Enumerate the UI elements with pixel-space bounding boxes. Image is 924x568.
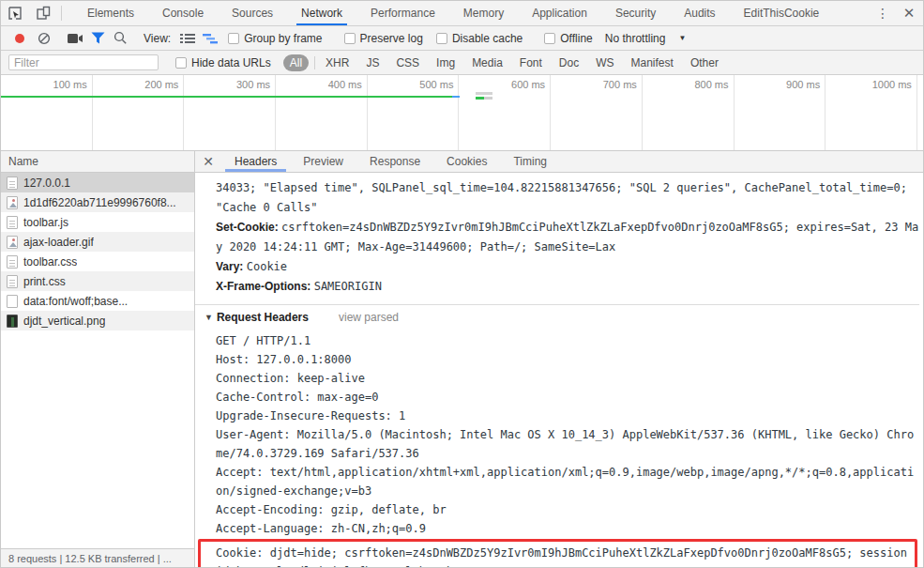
filter-icon[interactable]: [86, 28, 109, 49]
filter-type-other[interactable]: Other: [690, 56, 719, 69]
header-value: Cookie: [247, 260, 287, 273]
filter-type-ws[interactable]: WS: [596, 56, 613, 69]
filter-type-css[interactable]: CSS: [396, 56, 419, 69]
raw-request-header-line: User-Agent: Mozilla/5.0 (Macintosh; Inte…: [216, 425, 919, 463]
record-button[interactable]: [15, 34, 24, 43]
checkbox[interactable]: [175, 57, 187, 69]
request-headers-section-header[interactable]: ▼ Request Headers view parsed: [216, 311, 919, 324]
details-tab-timing[interactable]: Timing: [500, 151, 560, 172]
request-list: 127.0.0.11d1df6220ab711e9996760f8...tool…: [1, 173, 194, 548]
capture-screenshots-icon[interactable]: [64, 28, 86, 49]
details-tab-preview[interactable]: Preview: [290, 151, 356, 172]
throttling-dropdown[interactable]: No throttling ▼: [605, 32, 687, 45]
timeline-tick: 400 ms: [276, 75, 368, 150]
details-tab-bar: ✕ HeadersPreviewResponseCookiesTiming: [195, 151, 923, 173]
request-details-panel: ✕ HeadersPreviewResponseCookiesTiming 34…: [195, 151, 923, 567]
tab-elements[interactable]: Elements: [73, 1, 148, 25]
close-devtools-icon[interactable]: ✕: [895, 5, 923, 22]
timeline-tick: 100 ms: [1, 75, 93, 150]
table-row[interactable]: toolbar.js: [1, 212, 194, 232]
filter-type-font[interactable]: Font: [520, 56, 542, 69]
tab-application[interactable]: Application: [518, 1, 601, 25]
group-by-frame-checkbox[interactable]: Group by frame: [228, 32, 322, 45]
details-tab-response[interactable]: Response: [356, 151, 433, 172]
header-name: Set-Cookie:: [216, 221, 281, 234]
section-divider: [195, 304, 919, 305]
table-row[interactable]: data:font/woff;base...: [1, 291, 194, 311]
tab-security[interactable]: Security: [601, 1, 670, 25]
main-tab-bar: ElementsConsoleSourcesNetworkPerformance…: [1, 1, 923, 26]
close-details-icon[interactable]: ✕: [195, 151, 221, 172]
hide-data-urls-checkbox[interactable]: Hide data URLs: [175, 56, 271, 69]
raw-request-header-line: Accept: text/html,application/xhtml+xml,…: [216, 463, 919, 500]
filter-type-xhr[interactable]: XHR: [326, 56, 349, 69]
header-name: X-Frame-Options:: [216, 280, 314, 293]
offline-checkbox[interactable]: Offline: [544, 32, 592, 45]
tab-audits[interactable]: Audits: [670, 1, 729, 25]
more-options-icon[interactable]: ⋮: [871, 6, 895, 21]
throttling-value: No throttling: [605, 32, 666, 45]
table-row[interactable]: ajax-loader.gif: [1, 232, 194, 252]
tab-sources[interactable]: Sources: [218, 1, 287, 25]
filter-input[interactable]: [8, 54, 159, 70]
checkbox[interactable]: [344, 33, 356, 44]
network-toolbar: View: Group by frame Preserve log: [1, 26, 923, 51]
table-row[interactable]: 127.0.0.1: [1, 173, 194, 192]
small-rows-view-icon[interactable]: [176, 28, 199, 49]
view-label: View:: [144, 32, 171, 45]
network-main-area: Name 127.0.0.11d1df6220ab711e9996760f8..…: [1, 151, 923, 567]
preserve-log-label: Preserve log: [360, 32, 423, 45]
network-overview[interactable]: 100 ms200 ms300 ms400 ms500 ms600 ms700 …: [1, 75, 923, 151]
table-row[interactable]: 1d1df6220ab711e9996760f8...: [1, 192, 194, 212]
table-row[interactable]: djdt_vertical.png: [1, 311, 194, 330]
table-row[interactable]: toolbar.css: [1, 252, 194, 271]
checkbox[interactable]: [436, 33, 447, 44]
details-tabs: HeadersPreviewResponseCookiesTiming: [221, 151, 560, 172]
tab-memory[interactable]: Memory: [449, 1, 518, 25]
filter-type-all[interactable]: All: [283, 54, 309, 71]
preserve-log-checkbox[interactable]: Preserve log: [344, 32, 423, 45]
waterfall-view-icon[interactable]: [199, 28, 221, 49]
filter-glyph: [91, 32, 105, 44]
triangle-down-icon[interactable]: ▼: [204, 313, 213, 322]
filter-divider: [314, 56, 315, 69]
waterfall-glyph: [203, 33, 218, 44]
details-tab-headers[interactable]: Headers: [221, 151, 290, 172]
chevron-down-icon: ▼: [678, 34, 686, 42]
device-toolbar-glyph: [36, 6, 51, 21]
status-summary-text: 8 requests | 12.5 KB transferred | ...: [8, 553, 172, 564]
tab-performance[interactable]: Performance: [356, 1, 449, 25]
blank-file-icon: [7, 295, 18, 308]
tab-console[interactable]: Console: [148, 1, 218, 25]
checkbox[interactable]: [228, 33, 239, 44]
filter-type-img[interactable]: Img: [436, 56, 455, 69]
tab-network[interactable]: Network: [287, 1, 356, 25]
filter-type-manifest[interactable]: Manifest: [631, 56, 674, 69]
tab-editthiscookie[interactable]: EditThisCookie: [730, 1, 834, 25]
clear-glyph: [38, 32, 51, 45]
filter-type-list: XHRJSCSSImgMediaFontDocWSManifestOther: [317, 56, 727, 69]
header-value: SAMEORIGIN: [314, 280, 382, 293]
response-header-overflow-line: 34033; "Elapsed time", SQLPanel_sql_time…: [216, 178, 919, 218]
details-tab-cookies[interactable]: Cookies: [433, 151, 500, 172]
filter-type-doc[interactable]: Doc: [559, 56, 579, 69]
raw-request-header-line: Cache-Control: max-age=0: [216, 388, 919, 407]
devtools-tabs: ElementsConsoleSourcesNetworkPerformance…: [73, 1, 833, 25]
timeline-tick: 800 ms: [643, 75, 735, 150]
filter-type-js[interactable]: JS: [366, 56, 379, 69]
checkbox[interactable]: [544, 33, 555, 44]
inspect-element-icon[interactable]: [1, 1, 29, 25]
clear-icon[interactable]: [33, 28, 55, 49]
rows-glyph: [180, 33, 195, 44]
search-icon[interactable]: [109, 28, 131, 49]
raw-request-headers: GET / HTTP/1.1Host: 127.0.0.1:8000Connec…: [216, 331, 919, 538]
filter-type-media[interactable]: Media: [472, 56, 503, 69]
name-column-header[interactable]: Name: [1, 151, 194, 173]
disable-cache-checkbox[interactable]: Disable cache: [436, 32, 523, 45]
device-toolbar-icon[interactable]: [29, 1, 57, 25]
headers-content[interactable]: 34033; "Elapsed time", SQLPanel_sql_time…: [195, 173, 923, 567]
cookie-header-line: Cookie: djdt=hide; csrftoken=z4sDnWBZDz5…: [216, 544, 909, 567]
request-name: ajax-loader.gif: [23, 236, 94, 249]
view-parsed-link[interactable]: view parsed: [339, 311, 399, 324]
table-row[interactable]: print.css: [1, 271, 194, 291]
